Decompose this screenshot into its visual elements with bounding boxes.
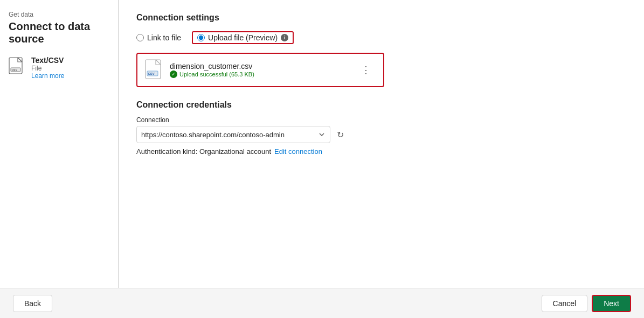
connection-label: Connection xyxy=(136,116,627,124)
source-item: CSV Text/CSV File Learn more xyxy=(9,56,109,80)
footer-left: Back xyxy=(13,295,52,312)
breadcrumb: Get data xyxy=(9,11,109,18)
page-title: Connect to data source xyxy=(9,20,109,45)
link-to-file-radio[interactable] xyxy=(136,34,144,41)
link-to-file-label: Link to file xyxy=(147,33,181,42)
upload-status-text: Upload successful (65.3 KB) xyxy=(179,71,254,77)
content-area: Connection settings Link to file Upload … xyxy=(119,0,644,288)
svg-text:CSV: CSV xyxy=(12,68,18,72)
file-name: dimension_customer.csv xyxy=(170,62,254,70)
upload-status: ✓ Upload successful (65.3 KB) xyxy=(170,70,254,78)
upload-file-radio[interactable] xyxy=(197,34,205,41)
edit-connection-link[interactable]: Edit connection xyxy=(274,147,322,156)
connection-select[interactable]: https://contoso.sharepoint.com/contoso-a… xyxy=(136,126,330,143)
source-info: Text/CSV File Learn more xyxy=(31,56,64,80)
footer-right: Cancel Next xyxy=(542,295,631,312)
link-to-file-option[interactable]: Link to file xyxy=(136,33,181,42)
auth-kind-text: Authentication kind: Organizational acco… xyxy=(136,147,271,156)
upload-file-label: Upload file (Preview) xyxy=(208,33,278,42)
upload-file-option-box: Upload file (Preview) i xyxy=(192,31,294,44)
more-options-button[interactable]: ⋮ xyxy=(357,62,376,78)
source-name: Text/CSV xyxy=(31,56,64,65)
credentials-section: Connection credentials Connection https:… xyxy=(136,100,627,156)
text-csv-icon: CSV xyxy=(9,57,26,76)
file-info: CSV dimension_customer.csv ✓ Upload succ… xyxy=(145,59,254,81)
back-button[interactable]: Back xyxy=(13,295,52,312)
connection-settings-title: Connection settings xyxy=(136,13,627,23)
learn-more-link[interactable]: Learn more xyxy=(31,72,64,80)
file-csv-icon: CSV xyxy=(145,59,164,81)
svg-text:CSV: CSV xyxy=(148,72,155,75)
source-type: File xyxy=(31,65,64,72)
info-icon[interactable]: i xyxy=(281,34,288,41)
upload-file-option[interactable]: Upload file (Preview) i xyxy=(192,31,294,44)
next-button[interactable]: Next xyxy=(592,295,631,312)
file-details: dimension_customer.csv ✓ Upload successf… xyxy=(170,62,254,78)
refresh-icon[interactable]: ↻ xyxy=(335,129,345,140)
file-upload-box: CSV dimension_customer.csv ✓ Upload succ… xyxy=(136,53,384,87)
footer: Back Cancel Next xyxy=(0,288,644,318)
sidebar: Get data Connect to data source CSV Text… xyxy=(0,0,119,288)
auth-kind-row: Authentication kind: Organizational acco… xyxy=(136,147,627,156)
credentials-title: Connection credentials xyxy=(136,100,627,110)
cancel-button[interactable]: Cancel xyxy=(542,295,588,312)
connection-row: https://contoso.sharepoint.com/contoso-a… xyxy=(136,126,627,143)
check-icon: ✓ xyxy=(170,70,177,78)
radio-group: Link to file Upload file (Preview) i xyxy=(136,31,627,44)
